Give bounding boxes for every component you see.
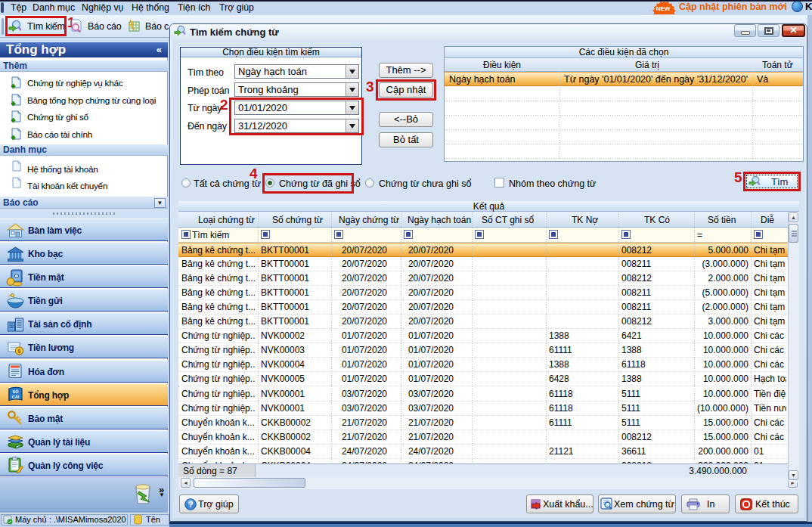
svg-text:SỔ: SỔ <box>13 389 20 394</box>
svg-text:$: $ <box>18 349 21 355</box>
svg-text:?: ? <box>188 500 194 509</box>
svg-text:NEW: NEW <box>656 5 671 12</box>
svg-text:CÁI: CÁI <box>12 395 20 399</box>
